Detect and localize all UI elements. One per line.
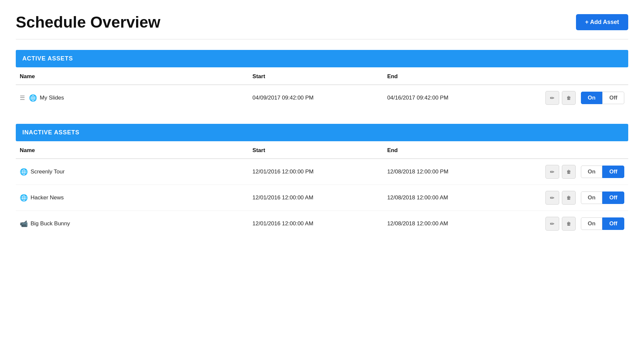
delete-button[interactable]: 🗑 <box>562 191 576 205</box>
toggle-group: OnOff <box>581 217 624 230</box>
globe-icon: 🌐 <box>20 168 28 176</box>
asset-actions: ✏🗑OnOff <box>522 191 624 205</box>
toggle-off-button[interactable]: Off <box>602 166 624 178</box>
page-title: Schedule Overview <box>16 13 160 31</box>
toggle-off-button[interactable]: Off <box>602 217 624 230</box>
asset-actions: ✏🗑OnOff <box>522 165 624 179</box>
table-row: 🌐Screenly Tour12/01/2016 12:00:00 PM12/0… <box>16 159 628 185</box>
trash-icon: 🗑 <box>566 95 571 101</box>
asset-actions: ✏🗑OnOff <box>522 217 624 231</box>
active-assets-table: Name Start End ☰🌐My Slides04/09/2017 09:… <box>16 67 628 111</box>
asset-name-cell: 🌐Hacker News <box>20 194 244 202</box>
trash-icon: 🗑 <box>566 221 571 226</box>
active-table-header-row: Name Start End <box>16 67 628 85</box>
active-assets-header: ACTIVE ASSETS <box>16 50 628 67</box>
add-asset-button[interactable]: + Add Asset <box>576 14 628 30</box>
video-icon: 📹 <box>20 220 28 228</box>
asset-name-text: Hacker News <box>31 194 64 201</box>
inactive-col-end: End <box>383 141 518 159</box>
toggle-on-button[interactable]: On <box>581 166 603 178</box>
edit-button[interactable]: ✏ <box>545 191 559 205</box>
asset-end: 12/08/2018 12:00:00 AM <box>383 185 518 211</box>
toggle-on-button[interactable]: On <box>581 191 603 204</box>
active-col-end: End <box>383 67 518 85</box>
active-col-actions <box>518 67 628 85</box>
toggle-on-button[interactable]: On <box>581 217 603 230</box>
inactive-assets-header: INACTIVE ASSETS <box>16 124 628 141</box>
drag-handle-icon[interactable]: ☰ <box>20 94 25 101</box>
delete-button[interactable]: 🗑 <box>562 165 576 179</box>
pencil-icon: ✏ <box>550 95 554 101</box>
asset-name-cell: 📹Big Buck Bunny <box>20 220 244 228</box>
asset-name-text: Big Buck Bunny <box>31 220 70 227</box>
delete-button[interactable]: 🗑 <box>562 217 576 231</box>
trash-icon: 🗑 <box>566 195 571 200</box>
inactive-col-name: Name <box>16 141 248 159</box>
asset-actions: ✏🗑OnOff <box>522 91 624 105</box>
pencil-icon: ✏ <box>550 169 554 175</box>
edit-button[interactable]: ✏ <box>545 217 559 231</box>
asset-name-text: Screenly Tour <box>31 169 65 175</box>
asset-name-cell: 🌐Screenly Tour <box>20 168 244 176</box>
toggle-group: OnOff <box>581 166 624 178</box>
table-row: ☰🌐My Slides04/09/2017 09:42:00 PM04/16/2… <box>16 85 628 111</box>
asset-end: 04/16/2017 09:42:00 PM <box>383 85 518 111</box>
asset-start: 12/01/2016 12:00:00 AM <box>248 211 383 237</box>
active-col-name: Name <box>16 67 248 85</box>
asset-start: 12/01/2016 12:00:00 PM <box>248 159 383 185</box>
asset-end: 12/08/2018 12:00:00 AM <box>383 211 518 237</box>
toggle-group: OnOff <box>581 191 624 204</box>
edit-button[interactable]: ✏ <box>545 91 559 105</box>
toggle-off-button[interactable]: Off <box>602 191 624 204</box>
toggle-on-button[interactable]: On <box>581 92 603 104</box>
asset-name-text: My Slides <box>40 95 64 101</box>
inactive-col-start: Start <box>248 141 383 159</box>
delete-button[interactable]: 🗑 <box>562 91 576 105</box>
asset-name-cell: ☰🌐My Slides <box>20 94 244 102</box>
asset-start: 04/09/2017 09:42:00 PM <box>248 85 383 111</box>
pencil-icon: ✏ <box>550 195 554 201</box>
table-row: 📹Big Buck Bunny12/01/2016 12:00:00 AM12/… <box>16 211 628 237</box>
table-row: 🌐Hacker News12/01/2016 12:00:00 AM12/08/… <box>16 185 628 211</box>
asset-start: 12/01/2016 12:00:00 AM <box>248 185 383 211</box>
asset-end: 12/08/2018 12:00:00 PM <box>383 159 518 185</box>
active-assets-section: ACTIVE ASSETS Name Start End ☰🌐My Slides… <box>16 50 628 111</box>
inactive-assets-table: Name Start End 🌐Screenly Tour12/01/2016 … <box>16 141 628 236</box>
inactive-col-actions <box>518 141 628 159</box>
edit-button[interactable]: ✏ <box>545 165 559 179</box>
inactive-assets-section: INACTIVE ASSETS Name Start End 🌐Screenly… <box>16 124 628 236</box>
inactive-table-header-row: Name Start End <box>16 141 628 159</box>
page-header: Schedule Overview + Add Asset <box>16 13 628 39</box>
globe-icon: 🌐 <box>29 94 37 102</box>
trash-icon: 🗑 <box>566 169 571 174</box>
globe-icon: 🌐 <box>20 194 28 202</box>
toggle-off-button[interactable]: Off <box>602 92 624 104</box>
pencil-icon: ✏ <box>550 221 554 227</box>
active-col-start: Start <box>248 67 383 85</box>
toggle-group: OnOff <box>581 92 624 104</box>
